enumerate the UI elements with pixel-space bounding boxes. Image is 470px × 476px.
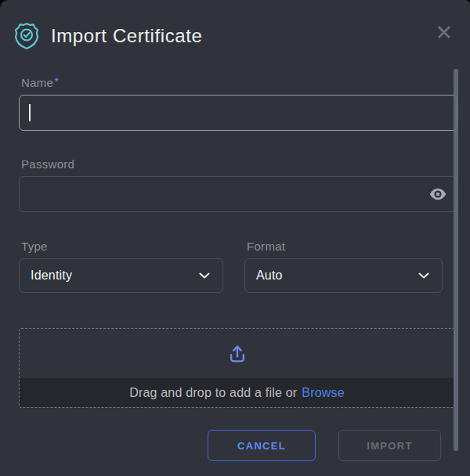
vertical-scrollbar[interactable] (454, 69, 458, 451)
name-input[interactable] (19, 95, 457, 131)
password-field-group: Password (19, 157, 457, 212)
type-field-group: Type Identity (19, 240, 223, 293)
cancel-button[interactable]: CANCEL (208, 430, 316, 461)
format-selected-value: Auto (256, 269, 283, 283)
type-label: Type (21, 240, 223, 253)
file-dropzone[interactable]: Drag and drop to add a file or Browse (19, 328, 455, 408)
type-format-row: Type Identity Format Auto (19, 240, 457, 293)
format-select[interactable]: Auto (244, 258, 443, 293)
show-password-button[interactable] (428, 186, 448, 202)
password-input[interactable] (19, 176, 457, 212)
name-label: Name* (21, 74, 457, 89)
format-label: Format (247, 240, 443, 253)
dialog-footer: CANCEL IMPORT (19, 430, 457, 461)
required-asterisk: * (54, 74, 59, 88)
dropzone-icon-area (20, 329, 454, 378)
browse-link[interactable]: Browse (302, 386, 345, 400)
format-field-group: Format Auto (244, 240, 443, 293)
chevron-down-icon (199, 272, 210, 279)
dialog-title: Import Certificate (51, 25, 435, 47)
type-selected-value: Identity (31, 269, 72, 283)
dropzone-prompt: Drag and drop to add a file or (129, 386, 297, 400)
close-icon[interactable]: ✕ (435, 23, 453, 44)
text-caret (29, 104, 31, 121)
dropzone-text-strip: Drag and drop to add a file or Browse (20, 378, 454, 407)
dialog-header: Import Certificate ✕ (0, 0, 470, 50)
chevron-down-icon (418, 272, 429, 279)
eye-icon (429, 188, 446, 200)
upload-icon (225, 341, 250, 367)
password-label: Password (21, 157, 457, 171)
type-select[interactable]: Identity (19, 258, 223, 293)
import-button[interactable]: IMPORT (338, 430, 441, 461)
name-label-text: Name (21, 76, 53, 89)
dialog-body: Name* Password (0, 74, 470, 461)
name-field-group: Name* (19, 74, 457, 131)
import-certificate-dialog: Import Certificate ✕ Name* Password (0, 0, 470, 476)
shield-check-icon (14, 22, 39, 50)
